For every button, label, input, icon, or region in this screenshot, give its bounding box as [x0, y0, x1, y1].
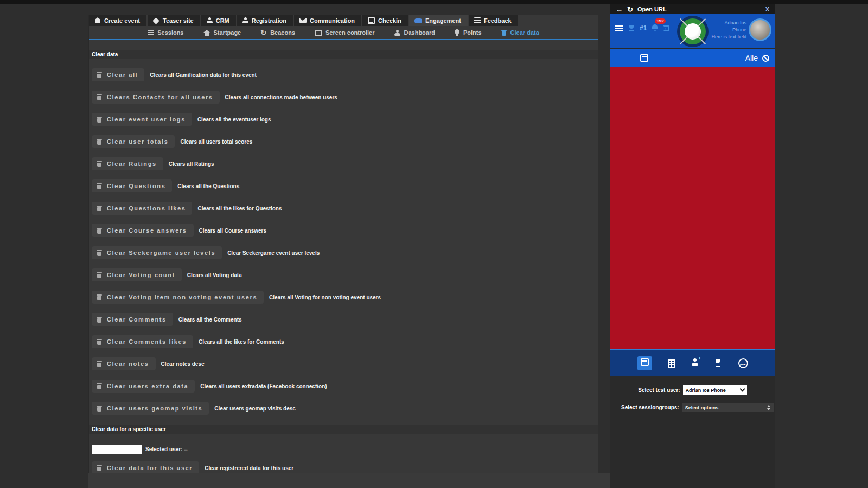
- clear-contacts-button[interactable]: Clears Contacts for all users: [92, 91, 220, 104]
- subnav-label: Screen controller: [326, 29, 374, 36]
- selected-user-row: Selected user: --: [92, 445, 598, 454]
- subnav-screen-controller[interactable]: Screen controller: [315, 29, 374, 36]
- clear-button-label: Clear Questions likes: [107, 205, 186, 211]
- clear-voting-item-button[interactable]: Clear Voting item non voting event users: [92, 291, 264, 304]
- clear-comments-button[interactable]: Clear Comments: [92, 313, 173, 326]
- subnav-label: Sessions: [157, 29, 183, 36]
- phone-content-area[interactable]: [610, 67, 775, 349]
- tab-create-event[interactable]: Create event: [89, 15, 146, 26]
- phone-title: Open URL: [637, 6, 761, 12]
- gem-icon: [152, 17, 159, 24]
- selected-user-label: Selected user: --: [145, 446, 188, 452]
- tab-registration[interactable]: Registration: [237, 15, 293, 26]
- clear-item-desc: Clears all Voting for non voting event u…: [269, 294, 381, 300]
- clear-item-row: Clear users extra data Clears all users …: [92, 380, 598, 393]
- monitor-icon: [315, 30, 322, 36]
- sessiongroups-select[interactable]: Select options: [682, 403, 774, 412]
- clear-button-label: Clear all: [107, 72, 138, 78]
- back-icon[interactable]: ←: [616, 6, 623, 13]
- tab-teaser-site[interactable]: Teaser site: [148, 15, 200, 26]
- subnav-label: Startpage: [214, 29, 241, 36]
- clear-item-row: Clear event user logs Clears all the eve…: [92, 113, 598, 126]
- trash-icon: [97, 227, 102, 234]
- building-icon[interactable]: [668, 359, 675, 368]
- clear-button-label: Clear Questions: [107, 183, 165, 189]
- sort-arrows-icon: [767, 405, 770, 410]
- subnav-dashboard[interactable]: Dashboard: [394, 29, 435, 36]
- sessiongroups-row: Select sessiongroups: Select options: [610, 403, 775, 412]
- clear-item-row: Clear Questions likes Clears all the lik…: [92, 202, 598, 215]
- clear-all-button[interactable]: Clear all: [92, 68, 144, 81]
- close-button[interactable]: X: [765, 6, 769, 12]
- nav-calendar-item[interactable]: [637, 356, 652, 370]
- subnav-label: Beacons: [270, 29, 295, 36]
- clear-data-content: Clear data Clear all Clears all Gamifica…: [89, 50, 598, 474]
- phone-titlebar: ← ↻ Open URL X: [610, 4, 775, 14]
- top-strip: [0, 0, 868, 4]
- ban-icon[interactable]: [762, 55, 769, 62]
- subnav-points[interactable]: Points: [455, 29, 482, 36]
- trophy-icon[interactable]: [714, 359, 722, 367]
- clear-event-user-logs-button[interactable]: Clear event user logs: [92, 113, 192, 126]
- clear-questions-button[interactable]: Clear Questions: [92, 179, 172, 192]
- clear-notes-button[interactable]: Clear notes: [92, 357, 156, 370]
- clear-seekergame-levels-button[interactable]: Clear Seekergame user levels: [92, 246, 222, 259]
- trash-icon: [97, 138, 102, 145]
- subnav-startpage[interactable]: Startpage: [203, 29, 241, 36]
- hamburger-menu-icon[interactable]: [615, 25, 623, 31]
- tab-engagement[interactable]: Engagement: [409, 15, 468, 26]
- clear-comments-likes-button[interactable]: Clear Comments likes: [92, 335, 193, 348]
- calendar-icon[interactable]: [640, 54, 648, 62]
- clear-item-desc: Clears all Voting data: [187, 272, 242, 278]
- clear-item-row: Clear Seekergame user levels Clear Seeke…: [92, 246, 598, 259]
- trash-icon: [97, 405, 102, 412]
- trophy-icon[interactable]: [628, 25, 635, 31]
- clear-item-desc: Clears all the likes for Questions: [197, 206, 282, 211]
- clear-item-row: Clear notes Clear notes desc: [92, 357, 598, 370]
- avatar[interactable]: [749, 18, 771, 41]
- clear-questions-likes-button[interactable]: Clear Questions likes: [92, 202, 192, 215]
- people-icon: [394, 30, 400, 36]
- filter-all-label[interactable]: Alle: [745, 54, 758, 62]
- subnav-label: Points: [463, 29, 482, 36]
- clear-ratings-button[interactable]: Clear Ratings: [92, 157, 163, 170]
- tab-checkin[interactable]: Checkin: [362, 15, 408, 26]
- clear-voting-count-button[interactable]: Clear Voting count: [92, 268, 182, 281]
- monitor-icon: [368, 17, 375, 23]
- logout-icon[interactable]: [663, 25, 669, 31]
- person-icon: [692, 358, 698, 366]
- gamepad-icon: [414, 18, 422, 23]
- subnav-sessions[interactable]: Sessions: [148, 29, 183, 36]
- refresh-icon[interactable]: ↻: [627, 6, 633, 13]
- trash-icon: [97, 72, 102, 78]
- phone-app-header: #1 192 Adrian Ios Phone Here is text fie…: [610, 14, 775, 48]
- clear-course-answers-button[interactable]: Clear Course answers: [92, 224, 194, 237]
- clear-item-desc: Clears all the likes for Comments: [199, 339, 284, 345]
- clear-user-totals-button[interactable]: Clear user totals: [92, 135, 175, 148]
- clear-item-row: Clear all Clears all Gamification data f…: [92, 68, 598, 81]
- notification-badge: 192: [655, 18, 665, 24]
- trash-icon: [97, 116, 102, 123]
- subnav-clear-data[interactable]: Clear data: [501, 29, 539, 36]
- user-search-input[interactable]: [92, 445, 142, 454]
- clear-button-label: Clear Voting item non voting event users: [107, 294, 257, 300]
- nav-add-person-item[interactable]: +: [692, 358, 698, 368]
- more-icon[interactable]: •••: [738, 358, 748, 368]
- clear-item-row: Clear Voting item non voting event users…: [92, 291, 598, 304]
- section-header-clear-data: Clear data: [89, 50, 598, 59]
- clear-item-row: Clears Contacts for all users Clears all…: [92, 91, 598, 104]
- clear-item-row: Clear Comments Clears all the Comments: [92, 313, 598, 326]
- clear-button-label: Clear users geomap visits: [107, 405, 202, 412]
- test-user-label: Select test user:: [638, 387, 680, 393]
- test-user-select[interactable]: Adrian Ios Phone: [683, 385, 747, 395]
- tab-label: Communication: [310, 17, 355, 24]
- clear-users-geomap-visits-button[interactable]: Clear users geomap visits: [92, 402, 209, 415]
- tab-feedback[interactable]: Feedback: [469, 15, 518, 26]
- clear-users-extra-data-button[interactable]: Clear users extra data: [92, 380, 195, 393]
- subnav-beacons[interactable]: ↻ Beacons: [260, 29, 295, 36]
- home-icon: [94, 17, 101, 23]
- tab-communication[interactable]: Communication: [294, 15, 361, 26]
- main-panel: Create event Teaser site CRM Registratio…: [88, 15, 598, 473]
- notifications[interactable]: 192: [652, 23, 658, 33]
- tab-crm[interactable]: CRM: [201, 15, 236, 26]
